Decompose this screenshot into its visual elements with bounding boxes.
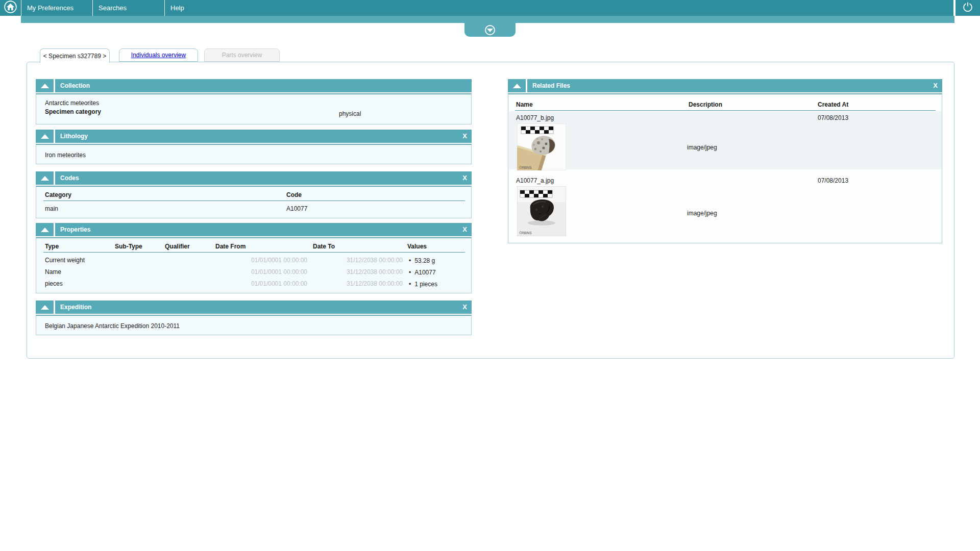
property-value: •1 pieces: [409, 281, 437, 288]
chevron-up-icon: [41, 84, 49, 88]
home-button[interactable]: [0, 0, 21, 16]
scale-bar-icon: [521, 127, 553, 134]
chevron-up-icon: [513, 84, 521, 88]
file-thumbnail-meteorite-on-block[interactable]: ©RBINS: [517, 123, 566, 172]
lithology-close-button[interactable]: X: [462, 130, 467, 143]
file-description: image/jpeg: [687, 144, 717, 151]
expedition-panel-body: Belgian Japanese Antarctic Expedition 20…: [36, 315, 472, 335]
expedition-close-button[interactable]: X: [462, 300, 467, 314]
properties-header-datefrom: Date From: [215, 243, 246, 250]
home-icon: [4, 0, 17, 16]
file-row: [509, 111, 942, 169]
property-date-to: 31/12/2038 00:00:00: [311, 280, 403, 287]
logout-button[interactable]: [955, 0, 980, 16]
lithology-collapse-button[interactable]: [36, 130, 55, 143]
codes-header-category: Category: [45, 191, 71, 198]
codes-header-divider: [43, 201, 465, 201]
codes-panel-body: Category Code main A10077: [36, 186, 472, 218]
properties-header-subtype: Sub-Type: [115, 243, 142, 250]
property-date-to: 31/12/2038 00:00:00: [311, 268, 403, 276]
file-thumbnail-dark-meteorite[interactable]: ©RBINS: [517, 186, 566, 238]
properties-header-divider: [43, 252, 465, 253]
related-files-close-button[interactable]: X: [933, 79, 938, 92]
property-type: pieces: [45, 280, 63, 287]
tab-individuals-overview[interactable]: Individuals overview: [119, 48, 198, 62]
codes-row-code: A10077: [286, 205, 307, 212]
file-description: image/jpeg: [687, 210, 717, 217]
collection-panel-body: Antarctic meteorites Specimen category p…: [36, 93, 472, 124]
expedition-value: Belgian Japanese Antarctic Expedition 20…: [45, 322, 180, 330]
power-icon: [962, 2, 973, 15]
chevron-up-icon: [41, 228, 49, 232]
properties-header-type: Type: [45, 243, 59, 250]
properties-header-qualifier: Qualifier: [165, 243, 190, 250]
codes-header-code: Code: [286, 191, 302, 198]
related-files-panel-title: Related Files: [532, 79, 570, 92]
properties-panel-body: Type Sub-Type Qualifier Date From Date T…: [36, 237, 472, 293]
codes-panel-header: Codes X: [36, 171, 472, 185]
watermark: ©RBINS: [519, 231, 532, 235]
collection-value: Antarctic meteorites: [45, 99, 99, 107]
scale-bar-icon: [520, 190, 552, 197]
nav-item-my-preferences[interactable]: My Preferences: [21, 0, 93, 16]
properties-header-dateto: Date To: [313, 243, 335, 250]
files-header-name: Name: [516, 101, 533, 108]
chevron-up-icon: [41, 305, 49, 310]
codes-collapse-button[interactable]: [36, 171, 55, 185]
property-type: Current weight: [45, 257, 85, 264]
menu-expand-button[interactable]: [464, 23, 516, 37]
related-files-panel-header: Related Files X: [508, 79, 942, 92]
lithology-panel-title: Lithology: [60, 130, 88, 143]
tab-parts-overview: Parts overview: [204, 48, 280, 62]
specimen-category-value: physical: [339, 110, 361, 117]
codes-panel-title: Codes: [60, 171, 79, 185]
expedition-panel-header: Expedition X: [36, 300, 472, 314]
expedition-panel-title: Expedition: [60, 300, 91, 314]
collection-collapse-button[interactable]: [36, 79, 55, 92]
codes-close-button[interactable]: X: [462, 171, 467, 185]
codes-row-category: main: [45, 205, 58, 212]
related-files-panel-body: Name Description Created At A10077_b.jpg…: [508, 93, 942, 243]
files-header-description: Description: [689, 101, 722, 108]
secondary-bar: [21, 16, 954, 23]
top-navbar: My Preferences Searches Help: [0, 0, 953, 16]
nav-item-help[interactable]: Help: [165, 0, 237, 16]
tab-specimen[interactable]: < Specimen s327789 >: [40, 48, 110, 63]
collection-panel-title: Collection: [60, 79, 90, 92]
chevron-down-icon: [485, 25, 495, 35]
lithology-panel-body: Iron meteorites: [36, 144, 472, 164]
lithology-value: Iron meteorites: [45, 152, 86, 159]
lithology-panel-header: Lithology X: [36, 130, 472, 143]
properties-panel-title: Properties: [60, 223, 90, 236]
property-value: •A10077: [409, 269, 436, 276]
property-date-from: 01/01/0001 00:00:00: [215, 280, 307, 287]
property-type: Name: [45, 268, 61, 276]
specimen-category-label: Specimen category: [45, 108, 101, 115]
properties-header-values: Values: [407, 243, 427, 250]
expedition-collapse-button[interactable]: [36, 300, 55, 314]
collection-panel-header: Collection: [36, 79, 472, 92]
chevron-up-icon: [41, 134, 49, 139]
property-date-to: 31/12/2038 00:00:00: [311, 257, 403, 264]
files-header-created-at: Created At: [818, 101, 848, 108]
properties-close-button[interactable]: X: [462, 223, 467, 236]
related-files-collapse-button[interactable]: [508, 79, 527, 92]
files-header-divider: [515, 110, 936, 111]
chevron-up-icon: [41, 176, 49, 181]
watermark: ©RBINS: [519, 166, 532, 169]
nav-item-searches[interactable]: Searches: [93, 0, 165, 16]
property-date-from: 01/01/0001 00:00:00: [215, 268, 307, 276]
file-name[interactable]: A10077_a.jpg: [516, 177, 554, 184]
properties-panel-header: Properties X: [36, 223, 472, 236]
file-created-at: 07/08/2013: [818, 114, 848, 121]
properties-collapse-button[interactable]: [36, 223, 55, 236]
file-created-at: 07/08/2013: [818, 177, 848, 184]
file-name[interactable]: A10077_b.jpg: [516, 114, 554, 121]
property-date-from: 01/01/0001 00:00:00: [215, 257, 307, 264]
property-value: •53.28 g: [409, 257, 435, 264]
